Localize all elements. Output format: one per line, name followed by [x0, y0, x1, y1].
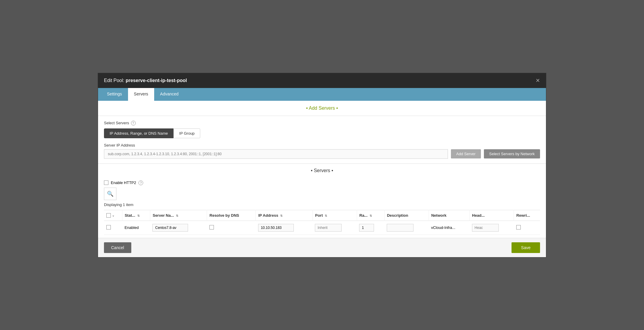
sort-ratio-icon[interactable]: ⇅ [370, 214, 372, 217]
row-resolve-dns-checkbox[interactable] [209, 225, 214, 230]
row-rewrite-checkbox[interactable] [516, 225, 521, 230]
row-select-checkbox[interactable] [106, 225, 111, 230]
row-head-input[interactable] [472, 224, 499, 232]
th-checkbox: ⌄ [104, 210, 122, 221]
server-ip-input[interactable] [104, 149, 448, 159]
th-network: Network [429, 210, 469, 221]
tab-servers[interactable]: Servers [128, 88, 154, 101]
row-port-cell [312, 221, 357, 235]
select-servers-help-icon[interactable]: ? [131, 121, 136, 125]
tab-bar: Settings Servers Advanced [98, 88, 546, 101]
select-all-checkbox[interactable] [106, 213, 111, 218]
select-servers-text: Select Servers [104, 121, 129, 125]
http2-label: Enable HTTP2 [111, 180, 136, 185]
row-ratio-cell [357, 221, 384, 235]
save-button[interactable]: Save [512, 242, 540, 253]
modal-header: Edit Pool: preserve-client-ip-test-pool … [98, 73, 546, 88]
row-ip-address-cell [256, 221, 312, 235]
displaying-count: Displaying 1 item [104, 202, 540, 207]
close-icon: ✕ [536, 78, 540, 84]
modal-body: • Add Servers • Select Servers ? IP Addr… [98, 101, 546, 238]
row-network-value: vCloud-Infra... [431, 225, 455, 230]
add-servers-title: • Add Servers • [98, 101, 546, 116]
server-ip-label: Server IP Address [104, 143, 540, 147]
row-network-cell: vCloud-Infra... [429, 221, 469, 235]
toggle-ip-address[interactable]: IP Address, Range, or DNS Name [104, 128, 173, 138]
search-button[interactable]: 🔍 [104, 188, 116, 200]
servers-table-wrapper: ⌄ Stat... ⇅ Server Na... ⇅ Resolve by [98, 210, 546, 238]
th-status: Stat... ⇅ [122, 210, 150, 221]
modal-footer: Cancel Save [98, 238, 546, 257]
row-head-cell [470, 221, 514, 235]
sort-servername-icon[interactable]: ⇅ [176, 214, 178, 217]
row-server-name-cell [150, 221, 207, 235]
servers-controls: Enable HTTP2 ? 🔍 Displaying 1 item [98, 177, 546, 210]
tab-settings[interactable]: Settings [101, 88, 128, 101]
row-description-input[interactable] [387, 224, 413, 232]
th-ratio: Ra... ⇅ [357, 210, 384, 221]
select-servers-label-row: Select Servers ? [104, 121, 540, 125]
toggle-ip-group[interactable]: IP Group [173, 128, 200, 138]
server-ip-input-row: Add Server Select Servers by Network [104, 149, 540, 159]
add-server-button[interactable]: Add Server [451, 149, 481, 158]
th-rewrite: Rewri... [514, 210, 540, 221]
th-port: Port ⇅ [312, 210, 357, 221]
th-description: Description [384, 210, 429, 221]
modal-title: Edit Pool: preserve-client-ip-test-pool [104, 78, 187, 83]
th-resolve-dns: Resolve by DNS [207, 210, 256, 221]
search-icon: 🔍 [107, 191, 113, 197]
sort-port-icon[interactable]: ⇅ [325, 214, 327, 217]
http2-row: Enable HTTP2 ? [104, 180, 540, 185]
row-server-name-input[interactable] [152, 224, 188, 232]
sort-ip-icon[interactable]: ⇅ [280, 214, 282, 217]
select-all-chevron-icon[interactable]: ⌄ [112, 214, 114, 217]
row-status-cell: Enabled [122, 221, 150, 235]
table-row: Enabled [104, 221, 540, 235]
tab-advanced[interactable]: Advanced [154, 88, 184, 101]
add-servers-form: Select Servers ? IP Address, Range, or D… [98, 116, 546, 164]
row-status-value: Enabled [124, 225, 139, 230]
th-server-name: Server Na... ⇅ [150, 210, 207, 221]
row-ip-address-input[interactable] [258, 224, 294, 232]
row-description-cell [384, 221, 429, 235]
close-button[interactable]: ✕ [536, 77, 540, 84]
server-type-toggle: IP Address, Range, or DNS Name IP Group [104, 128, 540, 138]
servers-table: ⌄ Stat... ⇅ Server Na... ⇅ Resolve by [104, 210, 540, 235]
th-ip-address: IP Address ⇅ [256, 210, 312, 221]
sort-status-icon[interactable]: ⇅ [137, 214, 140, 217]
row-checkbox-cell [104, 221, 122, 235]
modal-title-bold: preserve-client-ip-test-pool [126, 78, 187, 83]
row-ratio-input[interactable] [359, 224, 374, 232]
http2-help-icon[interactable]: ? [138, 180, 143, 185]
row-rewrite-cell [514, 221, 540, 235]
edit-pool-modal: Edit Pool: preserve-client-ip-test-pool … [98, 73, 546, 257]
select-servers-by-network-button[interactable]: Select Servers by Network [484, 149, 540, 158]
servers-section-title: • Servers • [98, 164, 546, 177]
th-head: Head... [470, 210, 514, 221]
row-resolve-dns-cell [207, 221, 256, 235]
cancel-button[interactable]: Cancel [104, 242, 131, 253]
row-port-input[interactable] [315, 224, 342, 232]
http2-checkbox[interactable] [104, 180, 108, 185]
table-header-row: ⌄ Stat... ⇅ Server Na... ⇅ Resolve by [104, 210, 540, 221]
